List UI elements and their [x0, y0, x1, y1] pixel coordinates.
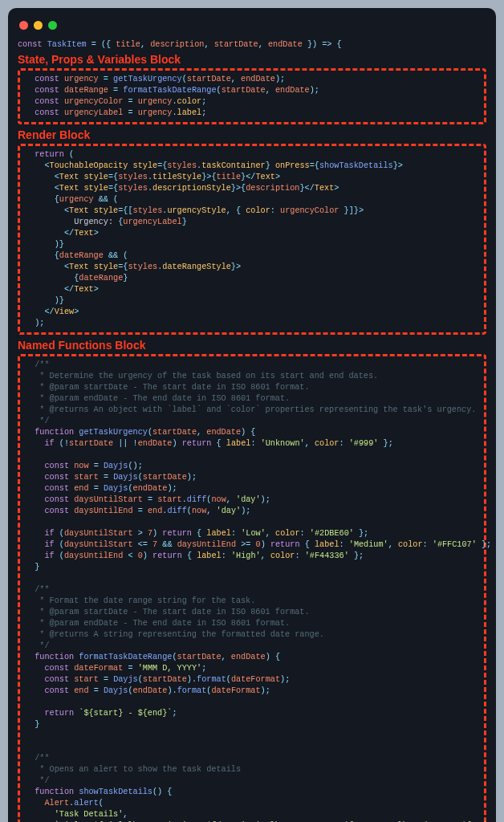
- fn-line: function formatTaskDateRange(startDate, …: [25, 652, 479, 663]
- state-line-3: const urgencyColor = urgency.color;: [25, 96, 479, 108]
- render-line: </Text>: [25, 284, 479, 295]
- render-line: {urgency && (: [25, 194, 479, 206]
- blank-line: [25, 742, 479, 753]
- code-screenshot-frame: const TaskItem = ({ title, description, …: [8, 8, 496, 822]
- comment-line: * Determine the urgency of the task base…: [25, 371, 479, 382]
- section-label-functions: Named Functions Block: [18, 338, 486, 352]
- render-line: return (: [25, 149, 479, 161]
- section-label-state: State, Props & Variables Block: [18, 52, 486, 67]
- comment-line: */: [25, 775, 479, 787]
- render-line: {dateRange && (: [25, 250, 479, 262]
- blank-line: [25, 517, 479, 528]
- fn-line: }: [25, 562, 479, 573]
- fn-line: if (daysUntilStart > 7) return { label: …: [25, 528, 479, 539]
- fn-line: if (!startDate || !endDate) return { lab…: [25, 438, 479, 450]
- render-line: </View>: [25, 307, 479, 318]
- render-line: {dateRange}: [25, 273, 479, 284]
- comment-line: * @param startDate - The start date in I…: [25, 607, 479, 618]
- state-block-outline: const urgency = getTaskUrgency(startDate…: [18, 68, 486, 124]
- blank-line: [25, 730, 479, 742]
- comment-line: */: [25, 416, 479, 427]
- render-line: Urgency: {urgencyLabel}: [25, 217, 479, 228]
- blank-line: [25, 697, 479, 708]
- close-icon: [19, 21, 28, 30]
- fn-line: if (daysUntilStart <= 7 && daysUntilEnd …: [25, 539, 479, 551]
- fn-line: const dateFormat = 'MMM D, YYYY';: [25, 663, 479, 674]
- render-line: </Text>: [25, 228, 479, 239]
- section-label-render: Render Block: [18, 128, 486, 142]
- fn-line: }: [25, 719, 479, 730]
- minimize-icon: [34, 21, 43, 30]
- render-block-outline: return ( <TouchableOpacity style={styles…: [18, 144, 486, 335]
- state-line-4: const urgencyLabel = urgency.label;: [25, 108, 479, 119]
- fn-line: const start = Dayjs(startDate);: [25, 472, 479, 483]
- render-line: <Text style={styles.dateRangeStyle}>: [25, 262, 479, 273]
- comment-line: /**: [25, 753, 479, 764]
- comment-line: * @returns A string representing the for…: [25, 629, 479, 641]
- macos-traffic-lights: [18, 18, 486, 39]
- fn-line: const start = Dayjs(startDate).format(da…: [25, 674, 479, 686]
- comment-line: * @param startDate - The start date in I…: [25, 382, 479, 393]
- fn-line: const daysUntilStart = start.diff(now, '…: [25, 494, 479, 506]
- render-line: );: [25, 318, 479, 329]
- fn-line: const now = Dayjs();: [25, 461, 479, 472]
- fn-line: function getTaskUrgency(startDate, endDa…: [25, 427, 479, 438]
- comment-line: */: [25, 641, 479, 652]
- zoom-icon: [48, 21, 57, 30]
- fn-line: 'Task Details',: [25, 809, 479, 820]
- comment-line: * Format the date range string for the t…: [25, 596, 479, 607]
- blank-line: [25, 450, 479, 461]
- fn-line: function showTaskDetails() {: [25, 787, 479, 798]
- state-line-2: const dateRange = formatTaskDateRange(st…: [25, 85, 479, 96]
- comment-line: * Opens an alert to show the task detail…: [25, 764, 479, 775]
- comment-line: * @returns An object with `label` and `c…: [25, 405, 479, 416]
- render-line: <Text style={styles.titleStyle}>{title}<…: [25, 172, 479, 183]
- fn-line: return `${start} - ${end}`;: [25, 708, 479, 719]
- blank-line: [25, 573, 479, 584]
- render-line: )}: [25, 239, 479, 250]
- component-signature-line: const TaskItem = ({ title, description, …: [18, 39, 486, 51]
- functions-block-outline: /** * Determine the urgency of the task …: [18, 354, 486, 822]
- comment-line: /**: [25, 584, 479, 596]
- render-line: <TouchableOpacity style={styles.taskCont…: [25, 161, 479, 172]
- fn-line: Alert.alert(: [25, 798, 479, 809]
- render-line: <Text style={styles.descriptionStyle}>{d…: [25, 183, 479, 194]
- fn-line: const end = Dayjs(endDate).format(dateFo…: [25, 686, 479, 697]
- comment-line: * @param endDate - The end date in ISO 8…: [25, 393, 479, 405]
- fn-line: const daysUntilEnd = end.diff(now, 'day'…: [25, 506, 479, 517]
- render-line: <Text style={[styles.urgencyStyle, { col…: [25, 206, 479, 217]
- fn-line: const end = Dayjs(endDate);: [25, 483, 479, 494]
- state-line-1: const urgency = getTaskUrgency(startDate…: [25, 74, 479, 85]
- comment-line: * @param endDate - The end date in ISO 8…: [25, 618, 479, 629]
- comment-line: /**: [25, 360, 479, 371]
- render-line: )}: [25, 295, 479, 307]
- fn-line: if (daysUntilEnd < 0) return { label: 'H…: [25, 551, 479, 562]
